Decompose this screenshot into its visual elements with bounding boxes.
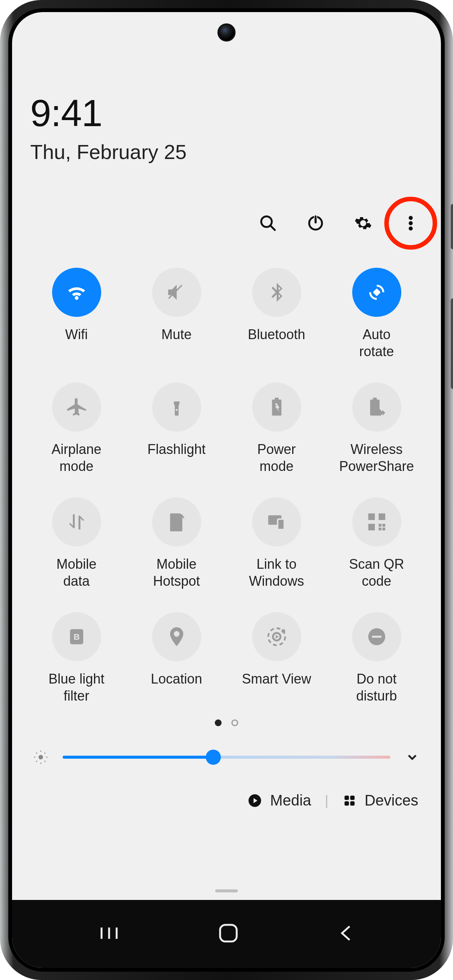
tile-label: Power mode bbox=[257, 441, 296, 475]
hw-button-right-1 bbox=[451, 204, 453, 249]
brightness-expand-button[interactable] bbox=[404, 749, 421, 765]
svg-point-6 bbox=[409, 216, 413, 220]
brightness-row bbox=[30, 749, 423, 765]
back-icon bbox=[336, 922, 355, 945]
tile-label: Scan QR code bbox=[349, 555, 404, 590]
tile-link-windows[interactable]: Link to Windows bbox=[230, 497, 323, 590]
tile-power-mode[interactable]: Power mode bbox=[230, 383, 323, 475]
search-icon bbox=[259, 214, 277, 232]
recents-icon bbox=[98, 924, 121, 943]
tile-location[interactable]: Location bbox=[130, 612, 223, 704]
tile-powershare[interactable]: Wireless PowerShare bbox=[330, 383, 423, 475]
brightness-thumb[interactable] bbox=[206, 749, 221, 765]
svg-rect-33 bbox=[344, 801, 349, 805]
svg-rect-10 bbox=[174, 401, 179, 403]
tile-label: Link to Windows bbox=[249, 555, 304, 590]
brightness-track bbox=[63, 756, 390, 759]
pager-dot-1 bbox=[231, 719, 238, 726]
blue-light-icon: B bbox=[65, 625, 88, 648]
tile-smart-view[interactable]: Smart View bbox=[230, 612, 323, 704]
media-button[interactable]: Media bbox=[247, 792, 311, 809]
more-button[interactable] bbox=[400, 213, 421, 234]
media-label: Media bbox=[270, 792, 311, 809]
svg-point-26 bbox=[281, 629, 285, 633]
tile-hotspot[interactable]: Mobile Hotspot bbox=[130, 497, 223, 590]
tile-label: Location bbox=[151, 670, 202, 704]
nav-recents-button[interactable] bbox=[98, 924, 121, 944]
hw-button-right-2 bbox=[451, 298, 453, 389]
svg-point-11 bbox=[178, 516, 181, 519]
bluetooth-icon bbox=[265, 281, 288, 304]
location-pin-icon bbox=[165, 625, 188, 648]
punch-hole-camera bbox=[218, 24, 235, 41]
tile-label: Wireless PowerShare bbox=[339, 441, 414, 475]
tile-mute[interactable]: Mute bbox=[130, 268, 223, 360]
screen: 9:41 Thu, February 25 bbox=[12, 12, 441, 968]
tile-label: Wifi bbox=[65, 326, 88, 360]
tile-auto-rotate[interactable]: Auto rotate bbox=[330, 268, 423, 360]
footer-separator: | bbox=[325, 793, 328, 808]
mute-icon bbox=[165, 281, 188, 304]
tile-airplane[interactable]: Airplane mode bbox=[30, 383, 123, 475]
svg-rect-34 bbox=[350, 801, 354, 805]
tile-label: Mobile Hotspot bbox=[153, 555, 200, 590]
pager-dots[interactable] bbox=[30, 719, 423, 726]
svg-rect-16 bbox=[368, 524, 375, 531]
tile-bluetooth[interactable]: Bluetooth bbox=[230, 268, 323, 360]
device-frame: 9:41 Thu, February 25 bbox=[0, 0, 453, 980]
svg-rect-9 bbox=[373, 288, 380, 296]
tile-label: Do not disturb bbox=[356, 670, 397, 704]
svg-rect-31 bbox=[344, 795, 349, 800]
tile-label: Auto rotate bbox=[359, 326, 394, 360]
clock-time: 9:41 bbox=[30, 91, 423, 135]
devices-button[interactable]: Devices bbox=[342, 792, 418, 809]
top-action-row bbox=[30, 213, 423, 234]
panel-drag-handle[interactable] bbox=[215, 889, 238, 892]
tile-label: Airplane mode bbox=[51, 441, 101, 475]
svg-marker-25 bbox=[276, 635, 278, 639]
gear-icon bbox=[354, 214, 372, 232]
battery-recycle-icon bbox=[265, 396, 288, 418]
search-button[interactable] bbox=[257, 213, 278, 234]
svg-rect-15 bbox=[378, 514, 385, 520]
footer-row: Media | Devices bbox=[30, 792, 423, 809]
clock-date: Thu, February 25 bbox=[30, 140, 423, 164]
flashlight-icon bbox=[165, 396, 188, 418]
svg-rect-20 bbox=[382, 524, 385, 527]
power-icon bbox=[307, 214, 325, 232]
more-vertical-icon bbox=[402, 214, 420, 232]
hotspot-icon bbox=[165, 511, 188, 533]
smart-view-icon bbox=[265, 625, 288, 648]
battery-share-icon bbox=[366, 396, 388, 418]
tile-label: Mute bbox=[161, 326, 191, 360]
brightness-slider[interactable] bbox=[63, 755, 390, 759]
dnd-icon bbox=[366, 625, 388, 648]
devices-label: Devices bbox=[365, 792, 418, 809]
nav-home-button[interactable] bbox=[216, 921, 240, 947]
svg-rect-17 bbox=[378, 524, 381, 527]
power-button[interactable] bbox=[305, 213, 326, 234]
tile-scan-qr[interactable]: Scan QR code bbox=[330, 497, 423, 590]
tile-dnd[interactable]: Do not disturb bbox=[330, 612, 423, 704]
tile-blue-light[interactable]: B Blue light filter bbox=[30, 612, 123, 704]
wifi-icon bbox=[65, 281, 88, 304]
settings-button[interactable] bbox=[353, 213, 374, 234]
grid-apps-icon bbox=[342, 793, 357, 808]
airplane-icon bbox=[65, 396, 88, 418]
tile-label: Flashlight bbox=[147, 441, 205, 475]
svg-point-7 bbox=[409, 222, 413, 225]
svg-rect-13 bbox=[277, 519, 284, 530]
auto-rotate-icon bbox=[366, 281, 388, 304]
tile-label: Blue light filter bbox=[48, 670, 104, 704]
data-arrows-icon bbox=[65, 511, 88, 533]
nav-back-button[interactable] bbox=[336, 922, 355, 946]
svg-rect-18 bbox=[382, 528, 385, 531]
svg-rect-28 bbox=[372, 636, 381, 638]
svg-rect-38 bbox=[220, 925, 237, 942]
tile-wifi[interactable]: Wifi bbox=[30, 268, 123, 360]
tile-mobile-data[interactable]: Mobile data bbox=[30, 497, 123, 590]
svg-rect-19 bbox=[378, 528, 381, 531]
pager-dot-0 bbox=[215, 719, 222, 726]
tile-flashlight[interactable]: Flashlight bbox=[130, 383, 223, 475]
chevron-down-icon bbox=[405, 750, 420, 764]
